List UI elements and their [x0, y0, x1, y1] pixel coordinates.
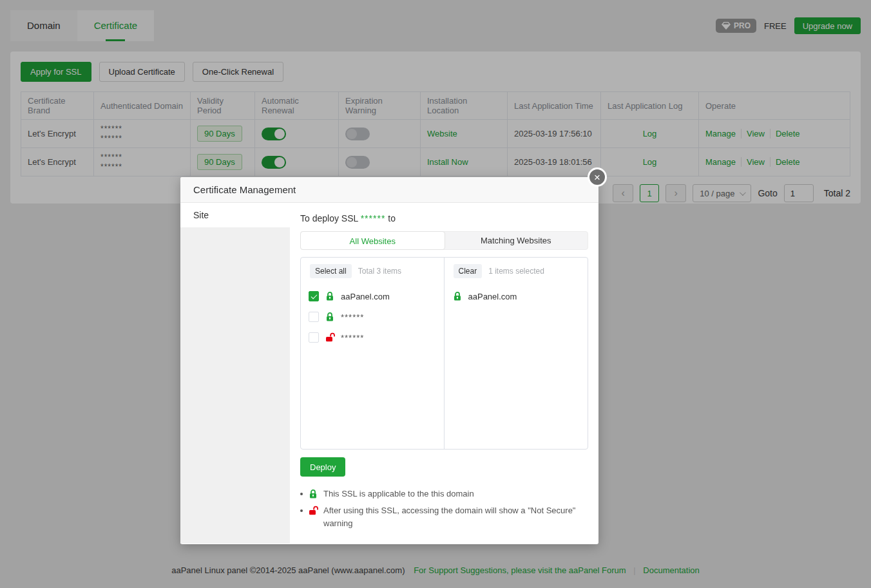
list-item[interactable]: aaPanel.com [309, 286, 436, 307]
deploy-domain: ****** [361, 213, 386, 223]
checkbox-unchecked[interactable] [309, 312, 319, 322]
bullet-icon [300, 493, 303, 495]
sidebar-item-site[interactable]: Site [180, 203, 290, 227]
lock-icon [308, 489, 318, 499]
clear-button[interactable]: Clear [454, 264, 483, 278]
deploy-prefix: To deploy SSL [300, 213, 358, 223]
source-list: aaPanel.com ****** ****** [301, 285, 444, 349]
list-item[interactable]: aaPanel.com [452, 286, 580, 307]
note-not-secure: After using this SSL, accessing the doma… [300, 504, 588, 530]
deploy-button[interactable]: Deploy [300, 457, 345, 477]
target-header: Clear 1 items selected [445, 258, 588, 285]
tab-all-websites[interactable]: All Websites [300, 231, 445, 250]
modal-sidebar: Site [180, 203, 290, 544]
lock-icon [452, 291, 463, 301]
unlock-icon [325, 332, 335, 343]
source-header: Select all Total 3 items [301, 258, 444, 285]
modal-title: Certificate Management [180, 177, 598, 203]
site-label: aaPanel.com [341, 292, 390, 301]
lock-icon [325, 291, 335, 301]
deploy-suffix: to [388, 213, 396, 223]
site-label: ****** [341, 312, 364, 322]
close-icon[interactable]: × [588, 167, 607, 187]
target-list: aaPanel.com [445, 285, 588, 308]
target-column: Clear 1 items selected aaPanel.com [445, 258, 588, 449]
note-secure: This SSL is applicable to the this domai… [300, 488, 588, 500]
target-summary: 1 items selected [488, 267, 544, 276]
site-label: aaPanel.com [468, 292, 517, 301]
site-label: ****** [341, 333, 364, 343]
deploy-target-line: To deploy SSL ****** to [300, 213, 588, 223]
modal-main: To deploy SSL ****** to All Websites Mat… [290, 203, 598, 544]
list-item[interactable]: ****** [309, 307, 436, 327]
select-all-button[interactable]: Select all [310, 264, 352, 278]
list-item[interactable]: ****** [309, 327, 436, 348]
modal-body: Site To deploy SSL ****** to All Website… [180, 203, 598, 544]
note-text: After using this SSL, accessing the doma… [323, 504, 581, 530]
source-summary: Total 3 items [358, 267, 401, 276]
website-transfer-panel: Select all Total 3 items aaPanel.com ** [300, 257, 588, 450]
bullet-icon [300, 509, 303, 512]
checkbox-checked[interactable] [309, 291, 319, 301]
note-text: This SSL is applicable to the this domai… [323, 488, 474, 500]
tab-matching-websites[interactable]: Matching Websites [445, 232, 588, 249]
certificate-management-modal: × Certificate Management Site To deploy … [180, 177, 598, 544]
unlock-icon [308, 506, 318, 516]
lock-icon [325, 312, 335, 322]
legend-notes: This SSL is applicable to the this domai… [300, 488, 588, 530]
checkbox-unchecked[interactable] [309, 332, 319, 343]
source-column: Select all Total 3 items aaPanel.com ** [301, 258, 445, 449]
website-filter-tabs: All Websites Matching Websites [300, 231, 588, 250]
